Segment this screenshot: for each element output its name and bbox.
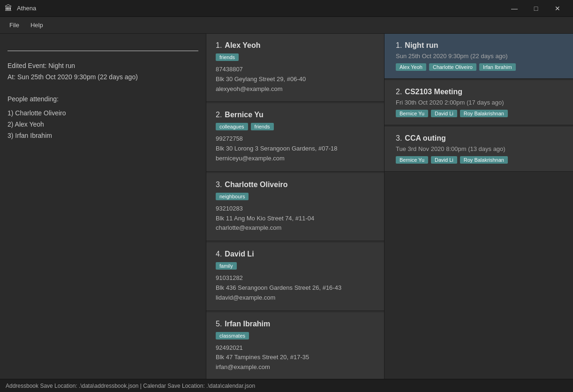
contact-name: 1.Alex Yeoh (216, 41, 375, 50)
contact-card[interactable]: 3.Charlotte Oliveironeighbours93210283Bl… (206, 173, 384, 241)
minimize-button[interactable]: — (504, 0, 525, 17)
contact-detail: 87438807Blk 30 Geylang Street 29, #06-40… (216, 65, 375, 94)
main-area: Edited Event: Night runAt: Sun 25th Oct … (0, 34, 573, 379)
contact-detail: 91031282Blk 436 Serangoon Gardens Street… (216, 273, 375, 302)
event-card[interactable]: 2.CS2103 MeetingFri 30th Oct 2020 2:00pm… (385, 80, 573, 125)
app-title: Athena (17, 5, 504, 12)
menu-item-help[interactable]: Help (25, 19, 49, 31)
contact-tags: colleaguesfriends (216, 123, 375, 130)
event-card[interactable]: 3.CCA outingTue 3rd Nov 2020 8:00pm (13 … (385, 127, 573, 172)
event-title: 1.Night run (396, 41, 562, 50)
event-at-label: At: Sun 25th Oct 2020 9:30pm (22 days ag… (8, 72, 198, 83)
contact-detail: 93210283Blk 11 Ang Mo Kio Street 74, #11… (216, 204, 375, 233)
contact-tag: friends (251, 123, 274, 130)
contact-tag: family (216, 262, 237, 270)
contact-detail: 92492021Blk 47 Tampines Street 20, #17-3… (216, 343, 375, 372)
left-panel: Edited Event: Night runAt: Sun 25th Oct … (0, 34, 206, 379)
contact-detail: 99272758Blk 30 Lorong 3 Serangoon Garden… (216, 134, 375, 163)
attendee-tag: Charlotte Oliveiro (429, 63, 476, 71)
people-attending-label: People attending: (8, 94, 198, 105)
contact-card[interactable]: 1.Alex Yeohfriends87438807Blk 30 Geylang… (206, 34, 384, 102)
attendee-tag: Alex Yeoh (396, 63, 426, 71)
event-datetime: Fri 30th Oct 2020 2:00pm (17 days ago) (396, 99, 562, 106)
attendee-tag: David Li (431, 110, 457, 117)
titlebar: 🏛 Athena — □ ✕ (0, 0, 573, 17)
attendee-item: 3) Irfan Ibrahim (8, 130, 198, 142)
contact-card[interactable]: 4.David Lifamily91031282Blk 436 Serangoo… (206, 242, 384, 310)
attendee-tag: Roy Balakrishnan (460, 156, 508, 164)
contacts-list: 1.Alex Yeohfriends87438807Blk 30 Geylang… (206, 34, 385, 379)
contact-tags: classmates (216, 332, 375, 339)
contact-tags: neighbours (216, 193, 375, 200)
event-card[interactable]: 1.Night runSun 25th Oct 2020 9:30pm (22 … (385, 34, 573, 79)
contact-name: 4.David Li (216, 250, 375, 258)
contact-tag: friends (216, 53, 239, 61)
attendee-tag: Bernice Yu (396, 156, 428, 164)
attendee-tag: David Li (431, 156, 457, 164)
contact-tag: classmates (216, 332, 249, 339)
edited-event-label: Edited Event: Night run (8, 60, 198, 72)
search-input[interactable] (8, 39, 198, 51)
maximize-button[interactable]: □ (525, 0, 547, 17)
app-icon: 🏛 (5, 4, 13, 13)
statusbar-text: Addressbook Save Location: .\data\addres… (6, 383, 255, 389)
contact-name: 3.Charlotte Oliveiro (216, 181, 375, 189)
attendee-tag: Roy Balakrishnan (460, 110, 508, 117)
statusbar: Addressbook Save Location: .\data\addres… (0, 379, 573, 392)
event-info: Edited Event: Night runAt: Sun 25th Oct … (8, 60, 198, 142)
attendee-item: 1) Charlotte Oliveiro (8, 108, 198, 119)
event-attendees: Alex YeohCharlotte OliveiroIrfan Ibrahim (396, 63, 562, 71)
contact-tag: colleagues (216, 123, 248, 130)
close-button[interactable]: ✕ (547, 0, 568, 17)
event-datetime: Sun 25th Oct 2020 9:30pm (22 days ago) (396, 53, 562, 60)
contact-card[interactable]: 2.Bernice Yucolleaguesfriends99272758Blk… (206, 103, 384, 171)
attendee-item: 2) Alex Yeoh (8, 119, 198, 130)
event-datetime: Tue 3rd Nov 2020 8:00pm (13 days ago) (396, 145, 562, 152)
event-attendees: Bernice YuDavid LiRoy Balakrishnan (396, 156, 562, 164)
menu-item-file[interactable]: File (4, 19, 25, 31)
contact-name: 2.Bernice Yu (216, 111, 375, 119)
contact-tag: neighbours (216, 193, 249, 200)
contact-tags: family (216, 262, 375, 270)
contact-tags: friends (216, 53, 375, 61)
event-title: 3.CCA outing (396, 134, 562, 143)
attendee-tag: Irfan Ibrahim (479, 63, 516, 71)
event-title: 2.CS2103 Meeting (396, 88, 562, 96)
attendee-tag: Bernice Yu (396, 110, 428, 117)
events-list: 1.Night runSun 25th Oct 2020 9:30pm (22 … (385, 34, 573, 379)
contact-card[interactable]: 5.Irfan Ibrahimclassmates92492021Blk 47 … (206, 312, 384, 379)
event-attendees: Bernice YuDavid LiRoy Balakrishnan (396, 110, 562, 117)
contact-name: 5.Irfan Ibrahim (216, 320, 375, 328)
menubar: FileHelp (0, 17, 573, 34)
